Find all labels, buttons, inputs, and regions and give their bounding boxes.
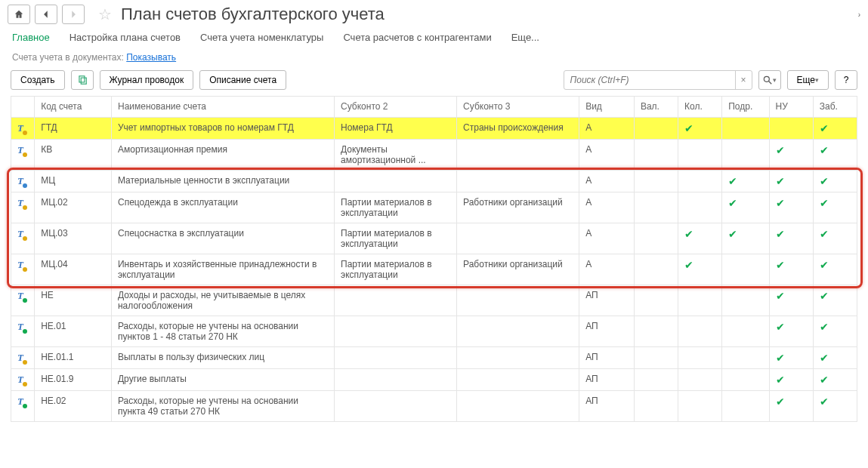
table-row[interactable]: TНЕ.01.1Выплаты в пользу физических лицА… — [11, 347, 857, 369]
cell-name: Выплаты в пользу физических лиц — [111, 347, 334, 369]
status-label: Счета учета в документах: — [12, 52, 124, 63]
account-type-icon: T — [17, 374, 23, 386]
table-row[interactable]: TКВАмортизационная премияДокументы аморт… — [11, 140, 857, 171]
cell-nu: ✔ — [769, 391, 813, 422]
journal-button[interactable]: Журнал проводок — [100, 70, 194, 90]
cell-code: НЕ.01.1 — [35, 347, 112, 369]
tab-3[interactable]: Счета расчетов с контрагентами — [343, 32, 491, 43]
cell-podr — [722, 391, 769, 422]
cell-val — [634, 285, 678, 316]
account-type-icon: T — [17, 197, 23, 209]
cell-zab: ✔ — [813, 285, 857, 316]
copy-icon — [77, 75, 88, 85]
table-row[interactable]: TМЦМатериальные ценности в эксплуатацииА… — [11, 171, 857, 192]
cell-icon: T — [11, 285, 35, 316]
col-code[interactable]: Код счета — [35, 97, 112, 118]
cell-code: НЕ — [35, 285, 112, 316]
cell-kol: ✔ — [678, 118, 722, 140]
col-sub2[interactable]: Субконто 2 — [335, 97, 457, 118]
cell-sub3 — [457, 140, 579, 171]
cell-val — [634, 192, 678, 223]
cell-sub3: Работники организаций — [457, 254, 579, 285]
cell-kol — [678, 347, 722, 369]
svg-rect-0 — [79, 76, 85, 82]
table-row[interactable]: TМЦ.03Спецоснастка в эксплуатацииПартии … — [11, 223, 857, 254]
cell-vid: АП — [579, 347, 635, 369]
cell-icon: T — [11, 192, 35, 223]
account-type-icon: T — [17, 228, 23, 240]
cell-kol: ✔ — [678, 223, 722, 254]
cell-val — [634, 369, 678, 391]
col-vid[interactable]: Вид — [579, 97, 635, 118]
description-button[interactable]: Описание счета — [199, 70, 286, 90]
cell-icon: T — [11, 316, 35, 347]
back-button[interactable] — [35, 5, 57, 24]
cell-zab: ✔ — [813, 171, 857, 192]
help-button[interactable]: ? — [835, 70, 857, 90]
svg-rect-1 — [81, 78, 86, 84]
cell-nu: ✔ — [769, 347, 813, 369]
tab-4[interactable]: Еще... — [511, 32, 539, 43]
favorite-star-icon[interactable]: ☆ — [89, 5, 116, 23]
cell-val — [634, 140, 678, 171]
account-type-icon: T — [17, 259, 23, 271]
forward-button[interactable] — [62, 5, 85, 24]
tab-2[interactable]: Счета учета номенклатуры — [200, 32, 323, 43]
status-link[interactable]: Показывать — [126, 52, 176, 63]
cell-nu: ✔ — [769, 192, 813, 223]
cell-nu: ✔ — [769, 285, 813, 316]
col-nu[interactable]: НУ — [769, 97, 813, 118]
col-podr[interactable]: Подр. — [722, 97, 769, 118]
cell-zab: ✔ — [813, 254, 857, 285]
table-row[interactable]: TМЦ.04Инвентарь и хозяйственные принадле… — [11, 254, 857, 285]
table-row[interactable]: TМЦ.02Спецодежда в эксплуатацииПартии ма… — [11, 192, 857, 223]
cell-sub3 — [457, 285, 579, 316]
cell-podr — [722, 118, 769, 140]
home-button[interactable] — [8, 5, 30, 24]
account-type-icon: T — [17, 144, 23, 156]
cell-zab: ✔ — [813, 347, 857, 369]
table-row[interactable]: TНЕ.01.9Другие выплатыАП✔✔ — [11, 369, 857, 391]
col-name[interactable]: Наименование счета — [111, 97, 334, 118]
cell-code: МЦ.03 — [35, 223, 112, 254]
cell-vid: А — [579, 254, 635, 285]
cell-kol — [678, 192, 722, 223]
search-clear-button[interactable]: × — [735, 71, 752, 89]
search-input[interactable] — [564, 75, 735, 85]
cell-code: ГТД — [35, 118, 112, 140]
cell-zab: ✔ — [813, 223, 857, 254]
cell-podr — [722, 285, 769, 316]
col-kol[interactable]: Кол. — [678, 97, 722, 118]
table-row[interactable]: TНЕ.01Расходы, которые не учтены на осно… — [11, 316, 857, 347]
tab-bar: ГлавноеНастройка плана счетовСчета учета… — [0, 29, 868, 49]
table-row[interactable]: TНЕ.02Расходы, которые не учтены на осно… — [11, 391, 857, 422]
cell-zab: ✔ — [813, 118, 857, 140]
table-header-row: Код счета Наименование счета Субконто 2 … — [11, 97, 857, 118]
search-options-button[interactable] — [758, 70, 781, 90]
tab-1[interactable]: Настройка плана счетов — [70, 32, 181, 43]
cell-val — [634, 118, 678, 140]
account-type-icon: T — [17, 321, 23, 333]
tab-0[interactable]: Главное — [12, 32, 50, 43]
panel-expand-icon[interactable]: › — [858, 11, 860, 19]
cell-icon: T — [11, 140, 35, 171]
more-menu-button[interactable]: Еще — [787, 70, 829, 90]
cell-kol — [678, 285, 722, 316]
cell-sub2: Партии материалов в эксплуатации — [335, 192, 457, 223]
cell-icon: T — [11, 369, 35, 391]
copy-button[interactable] — [71, 70, 94, 90]
table-row[interactable]: TНЕДоходы и расходы, не учитываемые в це… — [11, 285, 857, 316]
cell-nu: ✔ — [769, 140, 813, 171]
cell-kol — [678, 391, 722, 422]
cell-code: НЕ.02 — [35, 391, 112, 422]
cell-podr — [722, 347, 769, 369]
col-sub3[interactable]: Субконто 3 — [457, 97, 579, 118]
col-zab[interactable]: Заб. — [813, 97, 857, 118]
create-button[interactable]: Создать — [11, 70, 65, 90]
cell-podr: ✔ — [722, 192, 769, 223]
table-row[interactable]: TГТДУчет импортных товаров по номерам ГТ… — [11, 118, 857, 140]
cell-zab: ✔ — [813, 369, 857, 391]
arrow-left-icon — [41, 9, 51, 20]
col-val[interactable]: Вал. — [634, 97, 678, 118]
cell-sub3 — [457, 347, 579, 369]
